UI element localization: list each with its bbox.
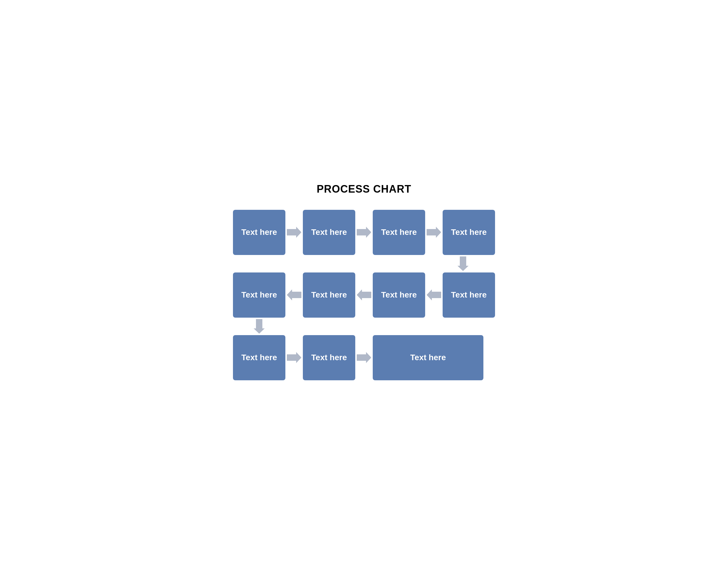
arrow-right-r1-2	[355, 226, 373, 238]
arrow-down-r1	[457, 255, 469, 272]
box-r2-2[interactable]: Text here	[303, 272, 355, 318]
box-r2-3[interactable]: Text here	[373, 272, 425, 318]
svg-marker-3	[457, 256, 469, 271]
box-r3-1[interactable]: Text here	[233, 335, 285, 380]
row-3: Text here Text here Text here	[233, 335, 495, 380]
box-r1-3[interactable]: Text here	[373, 210, 425, 255]
process-grid: Text here Text here Text here Text here	[233, 210, 495, 380]
box-r3-3[interactable]: Text here	[373, 335, 483, 380]
box-r1-2[interactable]: Text here	[303, 210, 355, 255]
box-r1-4[interactable]: Text here	[443, 210, 495, 255]
svg-marker-9	[357, 352, 371, 363]
arrow-right-r3-2	[355, 352, 373, 364]
box-r2-1[interactable]: Text here	[233, 272, 285, 318]
arrow-right-r1-3	[425, 226, 443, 238]
box-r1-1[interactable]: Text here	[233, 210, 285, 255]
connector-down-right	[233, 255, 495, 272]
row-1: Text here Text here Text here Text here	[233, 210, 495, 255]
arrow-right-r3-1	[285, 352, 303, 364]
svg-marker-4	[287, 290, 301, 301]
connector-down-left	[233, 318, 495, 335]
svg-marker-0	[287, 227, 301, 238]
arrow-left-r2-2	[355, 289, 373, 301]
row-2: Text here Text here Text here Text here	[233, 272, 495, 318]
box-r2-4[interactable]: Text here	[443, 272, 495, 318]
arrow-right-r1-1	[285, 226, 303, 238]
svg-marker-8	[287, 352, 301, 363]
box-r3-2[interactable]: Text here	[303, 335, 355, 380]
chart-title: PROCESS CHART	[317, 183, 411, 195]
svg-marker-1	[357, 227, 371, 238]
chart-container: PROCESS CHART Text here Text here Text h…	[233, 183, 495, 380]
svg-marker-5	[357, 290, 371, 301]
svg-marker-7	[254, 319, 265, 334]
arrow-left-r2-3	[425, 289, 443, 301]
svg-marker-6	[427, 290, 441, 301]
arrow-down-r2	[253, 318, 265, 335]
svg-marker-2	[427, 227, 441, 238]
arrow-left-r2-1	[285, 289, 303, 301]
